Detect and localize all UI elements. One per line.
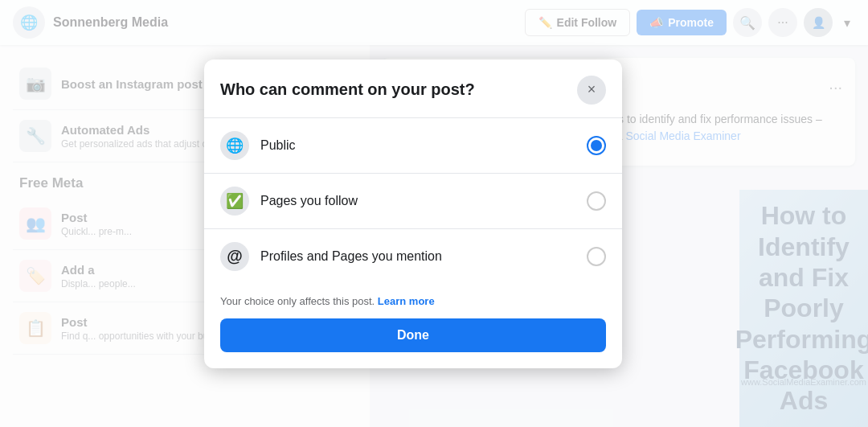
radio-pages-follow[interactable] <box>587 191 606 211</box>
modal-title: Who can comment on your post? <box>220 80 475 99</box>
option-public-label: Public <box>260 138 575 153</box>
modal-footer: Your choice only affects this post. Lear… <box>204 284 622 368</box>
pages-follow-icon: ✅ <box>220 187 249 216</box>
option-pages-follow[interactable]: ✅ Pages you follow <box>204 174 622 229</box>
modal-body: 🌐 Public ✅ Pages you follow @ Profiles a… <box>204 118 622 284</box>
option-profiles-label: Profiles and Pages you mention <box>260 249 575 264</box>
modal-header: Who can comment on your post? × <box>204 60 622 118</box>
footer-note: Your choice only affects this post. Lear… <box>220 295 606 307</box>
option-public[interactable]: 🌐 Public <box>204 118 622 174</box>
comment-modal: Who can comment on your post? × 🌐 Public… <box>204 60 622 368</box>
modal-close-button[interactable]: × <box>577 76 606 105</box>
option-profiles-mention[interactable]: @ Profiles and Pages you mention <box>204 229 622 284</box>
radio-profiles-mention[interactable] <box>587 247 606 266</box>
radio-public[interactable] <box>587 136 606 155</box>
radio-public-fill <box>591 140 602 151</box>
learn-more-link[interactable]: Learn more <box>378 295 435 307</box>
done-button[interactable]: Done <box>220 318 606 352</box>
profiles-icon: @ <box>220 242 249 271</box>
public-icon: 🌐 <box>220 131 249 160</box>
option-pages-follow-label: Pages you follow <box>260 194 575 208</box>
